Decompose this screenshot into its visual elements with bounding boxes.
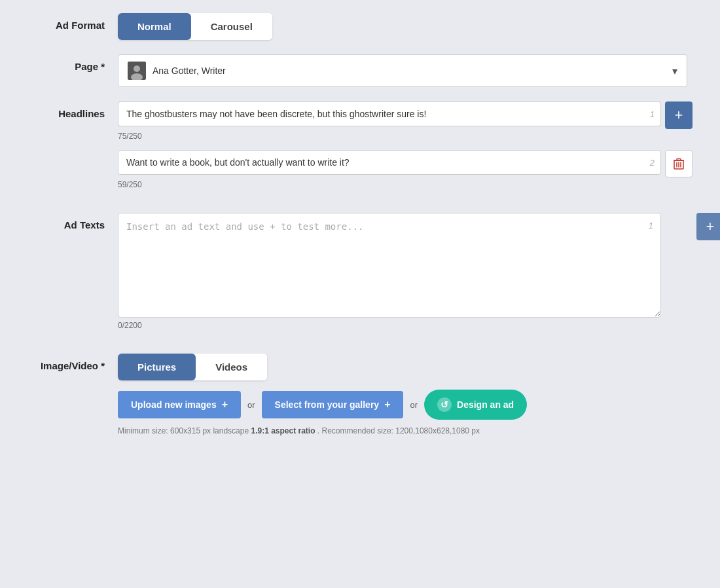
gallery-plus-icon: + [384,399,390,411]
ad-text-textarea[interactable] [118,213,661,318]
page-content: Ana Gotter, Writer ▾ [118,54,700,87]
design-icon: ↺ [437,397,452,412]
min-size-text: Minimum size: 600x315 px landscape [118,426,249,435]
dropdown-arrow-icon: ▾ [672,65,677,77]
headline-2-num: 2 [650,158,655,168]
headline-1-char-count: 75/250 [118,132,700,141]
headline-2-char-count: 59/250 [118,180,700,189]
image-video-toggle-group: Pictures Videos [118,354,267,380]
ad-format-label: Ad Format [20,13,118,31]
gallery-label: Select from your gallery [275,399,380,410]
carousel-button[interactable]: Carousel [191,13,272,40]
ad-format-toggle-group: Normal Carousel [118,13,272,40]
design-ad-button[interactable]: ↺ Design an ad [424,390,527,420]
headlines-row: Headlines 1 + 75/250 2 [20,101,700,198]
headline-1-wrap: 1 [118,101,661,126]
ad-text-num: 1 [649,221,653,230]
image-video-row: Image/Video * Pictures Videos Upload new… [20,354,700,435]
ad-format-content: Normal Carousel [118,13,700,40]
image-video-content: Pictures Videos Upload new images + or S… [118,354,700,435]
ad-texts-label: Ad Texts [20,213,118,230]
headline-1-input[interactable] [118,101,661,126]
ad-texts-content: 1 + 0/2200 [118,213,700,339]
pictures-button[interactable]: Pictures [118,354,196,380]
ad-texts-row: Ad Texts 1 + 0/2200 [20,213,700,339]
page-label: Page * [20,54,118,72]
upload-images-button[interactable]: Upload new images + [118,391,241,418]
min-size-note: Minimum size: 600x315 px landscape 1.9:1… [118,426,700,435]
trash-icon [674,158,684,170]
normal-button[interactable]: Normal [118,13,191,40]
aspect-ratio-text: 1.9:1 aspect ratio [251,426,315,435]
upload-label: Upload new images [131,399,217,410]
svg-point-1 [134,65,140,72]
or-text-2: or [410,400,418,410]
page-avatar [128,62,146,80]
headlines-label: Headlines [20,101,118,119]
ad-texts-outer: 1 + [118,213,693,320]
videos-button[interactable]: Videos [196,354,267,380]
ad-format-row: Ad Format Normal Carousel [20,13,700,40]
page-row: Page * Ana Gotter, Writer ▾ [20,54,700,87]
image-video-label: Image/Video * [20,354,118,371]
headline-2-delete-button[interactable] [665,150,693,177]
page-name: Ana Gotter, Writer [153,65,226,76]
headline-1-num: 1 [650,109,655,119]
recommended-size-text: . Recommended size: 1200,1080x628,1080 p… [317,426,480,435]
upload-plus-icon: + [222,399,228,411]
design-label: Design an ad [457,399,514,410]
headline-row-2: 2 [118,150,700,177]
headline-2-input[interactable] [118,150,661,175]
headline-2-wrap: 2 [118,150,661,175]
headlines-content: 1 + 75/250 2 59/250 [118,101,700,198]
image-buttons-row: Upload new images + or Select from your … [118,390,700,420]
page-select[interactable]: Ana Gotter, Writer ▾ [118,54,687,87]
headline-row-1: 1 + [118,101,700,129]
select-gallery-button[interactable]: Select from your gallery + [262,391,404,418]
headline-1-add-button[interactable]: + [665,101,693,129]
ad-text-add-button[interactable]: + [696,213,720,240]
ad-texts-char-count: 0/2200 [118,321,700,330]
ad-text-wrap: 1 [118,213,661,320]
or-text-1: or [247,400,255,410]
page-select-left: Ana Gotter, Writer [128,62,226,80]
